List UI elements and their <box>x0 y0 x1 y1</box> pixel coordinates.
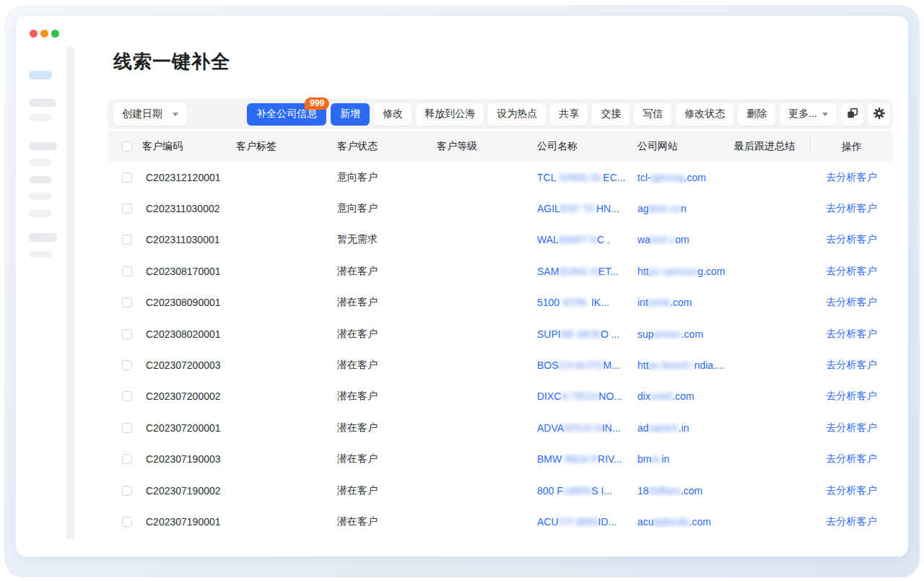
row-checkbox[interactable] <box>122 423 132 433</box>
company-website-link[interactable]: acuitybrnds.com <box>637 516 734 528</box>
table-row: C202308170001 潜在客户 SAMSUNG NET... https … <box>108 255 893 287</box>
handover-button[interactable]: 交接 <box>592 103 629 126</box>
complete-company-info-button[interactable]: 补全公司信息 999 <box>247 103 326 126</box>
add-button[interactable]: 新增 <box>331 103 370 126</box>
company-website-link[interactable]: walmrt com <box>637 234 734 245</box>
table-row: C202312120001 意向客户 TCL XHNG SLEC... tcl-… <box>108 162 893 193</box>
analyze-customer-link[interactable]: 去分析客户 <box>827 515 877 527</box>
row-checkbox[interactable] <box>122 517 132 527</box>
company-website-link[interactable]: advantch.in <box>637 422 734 434</box>
switch-view-button[interactable] <box>841 103 863 126</box>
sidebar-item-placeholder <box>29 99 56 107</box>
company-name-link[interactable]: 5100 NTRL IK... <box>537 297 637 308</box>
company-website-link[interactable]: dixoninf.com <box>637 390 734 402</box>
column-header-company-name: 公司名称 <box>537 140 637 153</box>
customer-status: 潜在客户 <box>337 390 437 403</box>
toolbar-buttons: 补全公司信息 999 新增 修改 释放到公海 设为热点 共享 交接 写信 修改状… <box>247 103 890 126</box>
company-name-link[interactable]: ADVANTCH NIN... <box>537 422 637 434</box>
select-all-checkbox[interactable] <box>122 141 132 152</box>
more-button[interactable]: 更多... <box>780 103 837 126</box>
analyze-customer-link[interactable]: 去分析客户 <box>827 390 877 401</box>
company-website-link[interactable]: interlnk.com <box>637 297 734 308</box>
analyze-customer-link[interactable]: 去分析客户 <box>827 171 877 183</box>
zoom-window-button[interactable] <box>51 30 59 38</box>
sidebar-item-placeholder <box>29 233 57 242</box>
row-checkbox[interactable] <box>122 266 132 276</box>
close-window-button[interactable] <box>30 30 38 38</box>
analyze-customer-link[interactable]: 去分析客户 <box>827 202 877 214</box>
page-title: 线索一键补全 <box>113 49 230 74</box>
analyze-customer-link[interactable]: 去分析客户 <box>827 328 877 339</box>
settings-button[interactable] <box>868 103 890 126</box>
sidebar-item-placeholder <box>29 114 52 121</box>
row-checkbox[interactable] <box>122 454 132 464</box>
company-name-link[interactable]: SUPIRE MCRO ... <box>537 328 637 340</box>
modify-button[interactable]: 修改 <box>374 103 411 126</box>
customer-status: 潜在客户 <box>337 515 437 528</box>
column-header-customer-level: 客户等级 <box>437 140 537 153</box>
company-website-link[interactable]: tcl-ighmng.com <box>637 172 734 183</box>
company-website-link[interactable]: agilent con <box>637 203 734 214</box>
company-website-link[interactable]: 1800flwrs.com <box>637 485 734 497</box>
company-website-link[interactable]: https samsung.com <box>637 266 734 277</box>
date-filter-label: 创建日期 <box>122 108 162 121</box>
row-checkbox[interactable] <box>122 297 132 307</box>
release-to-public-pool-button[interactable]: 释放到公海 <box>416 103 484 126</box>
analyze-customer-link[interactable]: 去分析客户 <box>827 453 877 464</box>
company-website-link[interactable]: supermicr.com <box>637 328 734 340</box>
table-header: 客户编码 客户标签 客户状态 客户等级 公司名称 公司网站 最后跟进总结 操作 <box>108 131 893 162</box>
count-badge: 999 <box>305 97 329 110</box>
customer-code: C202307200002 <box>142 390 236 402</box>
analyze-customer-link[interactable]: 去分析客户 <box>827 233 877 245</box>
change-status-button[interactable]: 修改状态 <box>676 103 733 126</box>
analyze-customer-link[interactable]: 去分析客户 <box>827 265 877 276</box>
set-as-hot-button[interactable]: 设为热点 <box>488 103 546 126</box>
customer-code: C202307190003 <box>142 453 236 465</box>
analyze-customer-link[interactable]: 去分析客户 <box>827 484 877 496</box>
chevron-down-icon <box>173 113 178 116</box>
company-name-link[interactable]: DIXCN TECHNO... <box>537 390 637 402</box>
table-row: C202311030001 暂无需求 WALMART NC . walmrt c… <box>108 224 893 255</box>
delete-button[interactable]: 删除 <box>738 103 775 126</box>
row-checkbox[interactable] <box>122 204 132 214</box>
share-button[interactable]: 共享 <box>550 103 588 126</box>
company-name-link[interactable]: 800 FLWERS I... <box>537 485 637 497</box>
analyze-customer-link[interactable]: 去分析客户 <box>827 359 877 370</box>
customer-status: 潜在客户 <box>337 421 437 434</box>
customer-status: 意向客户 <box>337 171 437 184</box>
company-name-link[interactable]: AGILENT TCHN... <box>537 203 637 214</box>
company-name-link[interactable]: TCL XHNG SLEC... <box>537 172 637 183</box>
sidebar-item-placeholder <box>29 210 52 217</box>
switch-view-icon <box>847 108 858 121</box>
company-name-link[interactable]: BOSCH AUTOM... <box>537 359 637 371</box>
company-name-link[interactable]: SAMSUNG NET... <box>537 266 637 277</box>
date-filter-dropdown[interactable]: 创建日期 <box>113 102 187 126</box>
row-checkbox[interactable] <box>122 486 132 496</box>
row-checkbox[interactable] <box>122 391 132 401</box>
customer-code: C202307190001 <box>142 516 236 528</box>
minimize-window-button[interactable] <box>40 30 48 38</box>
toolbar: 创建日期 补全公司信息 999 新增 修改 释放到公海 设为热点 共享 交接 写… <box>108 99 893 129</box>
analyze-customer-link[interactable]: 去分析客户 <box>827 421 877 433</box>
company-name-link[interactable]: WALMART NC . <box>537 234 637 245</box>
row-checkbox[interactable] <box>122 360 132 370</box>
table-row: C202308090001 潜在客户 5100 NTRL IK... inter… <box>108 287 893 318</box>
row-checkbox[interactable] <box>122 172 132 183</box>
company-name-link[interactable]: BMW INDA PRIV... <box>537 453 637 465</box>
gear-icon <box>873 107 886 122</box>
sidebar-item-placeholder <box>29 159 52 166</box>
analyze-customer-link[interactable]: 去分析客户 <box>827 296 877 307</box>
customer-status: 意向客户 <box>337 202 437 215</box>
table-row: C202307190002 潜在客户 800 FLWERS I... 1800f… <box>108 475 893 506</box>
company-website-link[interactable]: bmw in <box>637 453 734 465</box>
company-website-link[interactable]: https bosch india.... <box>637 359 734 371</box>
row-checkbox[interactable] <box>122 329 132 339</box>
table-row: C202307200001 潜在客户 ADVANTCH NIN... advan… <box>108 412 893 443</box>
customer-code: C202308090001 <box>142 297 236 308</box>
company-name-link[interactable]: ACUITY BRNID... <box>537 516 637 528</box>
row-checkbox[interactable] <box>122 235 132 245</box>
write-email-button[interactable]: 写信 <box>634 103 671 126</box>
table-row: C202311030002 意向客户 AGILENT TCHN... agile… <box>108 193 893 224</box>
table-row: C202308020001 潜在客户 SUPIRE MCRO ... super… <box>108 318 893 349</box>
table-row: C202307200002 潜在客户 DIXCN TECHNO... dixon… <box>108 381 893 412</box>
